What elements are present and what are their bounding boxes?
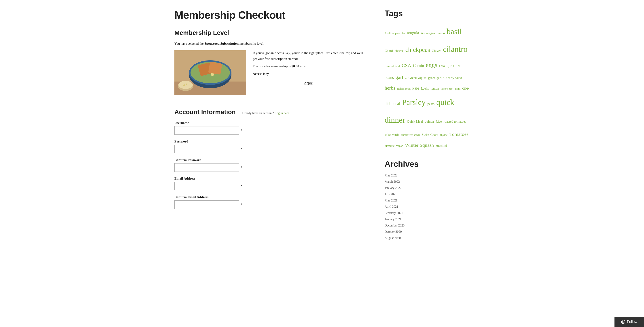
tag-bacon[interactable]: bacon <box>437 31 445 35</box>
tag-greek-yogurt[interactable]: Greek yogurt <box>408 76 426 79</box>
login-link[interactable]: Log in here <box>274 111 289 115</box>
form-input-email-address[interactable] <box>174 182 239 190</box>
archive-link[interactable]: January 2022 <box>384 185 470 191</box>
form-label-2: Confirm Password <box>174 158 367 162</box>
archive-link[interactable]: October 2020 <box>384 229 470 235</box>
tag-mint[interactable]: mint <box>455 87 460 90</box>
tag-tomatoes[interactable]: Tomatoes <box>450 131 468 137</box>
tag-green-garlic[interactable]: green garlic <box>428 76 444 79</box>
tag-sunflower-seeds[interactable]: sunflower seeds <box>401 133 420 136</box>
tag-cumin[interactable]: Cumin <box>413 63 424 68</box>
tag-herbs[interactable]: herbs <box>384 85 395 91</box>
tag-chives[interactable]: Chives <box>432 49 441 52</box>
form-input-username[interactable] <box>174 126 239 135</box>
tags-section: Tags Aioli apple cider arugula Asparagus… <box>384 9 470 151</box>
form-input-row-3: * <box>174 182 367 190</box>
main-content: Membership Checkout Membership Level You… <box>174 9 367 241</box>
tag-leeks[interactable]: Leeks <box>421 87 429 90</box>
svg-point-14 <box>178 81 193 89</box>
membership-body: If you've got an Access Key, you're in t… <box>174 50 367 102</box>
archive-link[interactable]: February 2021 <box>384 210 470 216</box>
form-input-row-1: * <box>174 145 367 153</box>
svg-point-15 <box>183 84 185 86</box>
form-input-confirm-password[interactable] <box>174 163 239 172</box>
access-key-label: Access Key <box>253 71 367 77</box>
account-login-note: Already have an account? Log in here <box>242 111 289 115</box>
tag-quick-meal[interactable]: Quick Meal <box>407 120 423 123</box>
tag-rice[interactable]: Rice <box>436 120 442 123</box>
tag-cheese[interactable]: cheese <box>395 49 404 52</box>
tag-asparagus[interactable]: Asparagus <box>421 31 435 35</box>
access-key-row: Apply <box>253 79 367 87</box>
tag-italian-food[interactable]: Italian food <box>397 87 410 90</box>
tag-apple-cider[interactable]: apple cider <box>392 31 405 35</box>
tag-cilantro[interactable]: cilantro <box>443 45 468 54</box>
tag-vegan[interactable]: vegan <box>396 144 403 147</box>
tag-arugula[interactable]: arugula <box>407 30 419 35</box>
tag-csa[interactable]: CSA <box>402 62 411 68</box>
membership-info: If you've got an Access Key, you're in t… <box>253 50 367 95</box>
access-key-input[interactable] <box>253 79 302 87</box>
tag-chickpeas[interactable]: chickpeas <box>406 46 430 53</box>
tag-kale[interactable]: kale <box>412 86 419 90</box>
account-fields: Username*Password*Confirm Password*Email… <box>174 121 367 209</box>
svg-rect-12 <box>208 62 222 75</box>
tag-feta[interactable]: Feta <box>439 64 445 68</box>
required-star: * <box>240 166 242 170</box>
archive-link[interactable]: May 2022 <box>384 172 470 179</box>
form-label-4: Confirm Email Address <box>174 195 367 199</box>
tag-parsley[interactable]: Parsley <box>402 98 426 107</box>
archive-link[interactable]: March 2022 <box>384 179 470 185</box>
form-input-row-4: * <box>174 200 367 209</box>
svg-point-16 <box>186 83 188 85</box>
archive-link[interactable]: April 2021 <box>384 204 470 210</box>
tag-hearty-salad[interactable]: hearty salad <box>446 76 462 79</box>
tag-lemon-zest[interactable]: lemon zest <box>441 87 453 90</box>
tag-lemon[interactable]: lemon <box>431 87 439 90</box>
tag-eggs[interactable]: eggs <box>426 61 437 68</box>
archive-link[interactable]: July 2021 <box>384 191 470 197</box>
tag-chard[interactable]: Chard <box>384 49 393 52</box>
tag-garlic[interactable]: garlic <box>396 74 407 80</box>
subscription-name: Sponsored Subscription <box>204 42 238 45</box>
page-title: Membership Checkout <box>174 9 367 21</box>
form-group-email-address: Email Address* <box>174 177 367 190</box>
form-group-confirm-email-address: Confirm Email Address* <box>174 195 367 209</box>
archive-link[interactable]: August 2020 <box>384 235 470 241</box>
tag-swiss-chard[interactable]: Swiss Chard <box>422 133 438 136</box>
required-star: * <box>240 129 242 132</box>
tag-winter-squash[interactable]: Winter Squash <box>405 142 434 148</box>
form-input-row-2: * <box>174 163 367 172</box>
form-label-0: Username <box>174 121 367 125</box>
membership-image <box>174 50 246 95</box>
tag-zucchini[interactable]: zucchini <box>436 144 447 147</box>
tag-comfort-food[interactable]: comfort food <box>384 64 400 68</box>
form-label-1: Password <box>174 140 367 143</box>
account-section: Account Information Already have an acco… <box>174 109 367 209</box>
archives-section: Archives May 2022March 2022January 2022J… <box>384 159 470 241</box>
archives-list: May 2022March 2022January 2022July 2021M… <box>384 172 470 241</box>
form-group-username: Username* <box>174 121 367 135</box>
required-star: * <box>240 147 242 151</box>
apply-button[interactable]: Apply <box>304 81 312 85</box>
archive-link[interactable]: December 2020 <box>384 223 470 229</box>
archive-link[interactable]: May 2021 <box>384 197 470 204</box>
form-input-password[interactable] <box>174 145 239 153</box>
tag-basil[interactable]: basil <box>446 27 462 36</box>
archive-link[interactable]: January 2021 <box>384 216 470 223</box>
tag-turmeric[interactable]: turmeric <box>384 144 394 147</box>
info-line1: If you've got an Access Key, you're in t… <box>253 50 367 62</box>
required-star: * <box>240 184 242 188</box>
tag-aioli[interactable]: Aioli <box>384 31 391 35</box>
tag-roasted-tomatoes[interactable]: roasted tomatoes <box>444 120 466 123</box>
price-value: $0.00 <box>292 64 299 68</box>
form-input-confirm-email-address[interactable] <box>174 200 239 209</box>
form-input-row-0: * <box>174 126 367 135</box>
form-group-password: Password* <box>174 140 367 153</box>
tag-pesto[interactable]: pesto <box>427 102 434 106</box>
form-group-confirm-password: Confirm Password* <box>174 158 367 172</box>
form-label-3: Email Address <box>174 177 367 180</box>
tag-salsa-verde[interactable]: salsa verde <box>384 133 399 136</box>
tag-thyme[interactable]: thyme <box>440 133 448 136</box>
tag-quinoa[interactable]: quinoa <box>425 120 434 123</box>
